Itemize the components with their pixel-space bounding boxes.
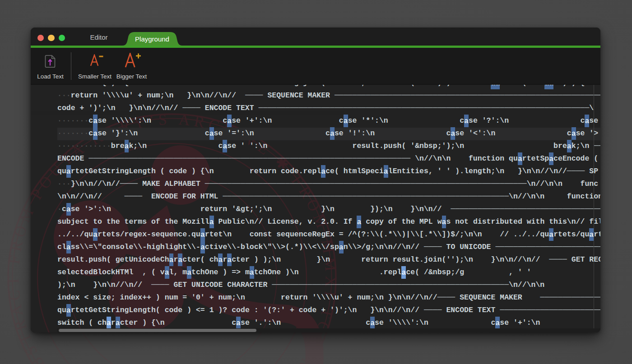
svg-text:Playground: Playground — [135, 35, 169, 43]
